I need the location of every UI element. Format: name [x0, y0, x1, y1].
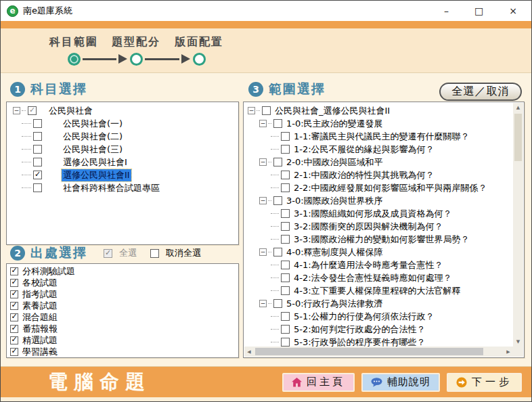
list-item[interactable]: ✓素養試題	[8, 300, 237, 311]
tree-item-label[interactable]: 5-1:公權力的行使為何須依法行政？	[292, 311, 436, 323]
expand-collapse-icon[interactable]: −	[259, 248, 267, 256]
tree-item-label[interactable]: 3-3:國際政治權力的變動如何影響世界局勢？	[292, 233, 471, 246]
checkbox[interactable]	[281, 286, 290, 295]
tree-item[interactable]: −公民與社會_選修公民與社會II	[246, 104, 513, 117]
checkbox[interactable]	[281, 312, 290, 321]
tree-item-label[interactable]: 公民與社會(一)	[62, 118, 124, 130]
home-button[interactable]: 回主頁	[282, 373, 355, 392]
help-button[interactable]: 輔助說明	[361, 373, 440, 392]
close-button[interactable]: ×	[509, 6, 517, 16]
tree-item-label[interactable]: 2-2:中國政經發展如何影響區域和平與兩岸關係？	[292, 182, 489, 194]
checkbox[interactable]	[281, 145, 290, 154]
tree-item-label-selected[interactable]: 選修公民與社會II	[62, 169, 131, 181]
tree-item[interactable]: 5-1:公權力的行使為何須依法行政？	[246, 310, 513, 323]
list-item[interactable]: ✓混合題組	[8, 311, 237, 323]
tree-item[interactable]: 1-2:公民不服從的緣起與影響為何？	[246, 143, 513, 156]
checkbox[interactable]: ✓	[33, 171, 42, 179]
tree-item[interactable]: −4-0:釋憲制度與人權保障	[246, 246, 513, 259]
tree-item-label[interactable]: 公民與社會(二)	[62, 131, 124, 143]
tree-item[interactable]: ✓選修公民與社會II	[9, 169, 237, 181]
list-item[interactable]: ✓分科測驗試題	[8, 265, 237, 277]
checkbox[interactable]	[281, 132, 290, 141]
scroll-down-icon[interactable]: ▼	[513, 337, 523, 347]
horizontal-scroll-thumb[interactable]	[255, 348, 483, 355]
tree-item-label[interactable]: 5-3:行政爭訟的程序要件有哪些？	[292, 336, 427, 347]
tree-item-label[interactable]: 4-2:法令發生合憲性疑義時應如何處理？	[292, 272, 453, 284]
tree-item[interactable]: 5-2:如何判定行政處分的合法性？	[246, 323, 513, 336]
checkbox[interactable]	[262, 106, 271, 115]
list-item[interactable]: ✓學習講義	[8, 346, 237, 356]
list-item-label[interactable]: 番茄報報	[21, 323, 59, 335]
checkbox[interactable]: ✓	[10, 348, 18, 356]
tree-item-label[interactable]: 社會科跨科整合試題專區	[62, 182, 161, 194]
expand-collapse-icon[interactable]: −	[13, 107, 20, 114]
tree-item-label[interactable]: 4-1:為什麼適用法令時應考量合憲性？	[292, 259, 445, 271]
checkbox[interactable]	[281, 171, 290, 179]
list-item-label[interactable]: 精選試題	[21, 334, 59, 347]
tree-item[interactable]: 選修公民與社會I	[9, 156, 237, 169]
checkbox[interactable]: ✓	[10, 336, 18, 344]
tree-item-label[interactable]: 5-0:行政行為與法律救濟	[285, 298, 384, 310]
tree-item-label[interactable]: 公民與社會	[47, 105, 94, 117]
tree-item-label[interactable]: 4-0:釋憲制度與人權保障	[285, 246, 384, 259]
checkbox[interactable]	[281, 209, 290, 218]
tree-item-label[interactable]: 3-0:國際政治與世界秩序	[285, 195, 384, 207]
tree-item[interactable]: 3-3:國際政治權力的變動如何影響世界局勢？	[246, 233, 513, 246]
checkbox[interactable]	[273, 299, 282, 308]
tree-item[interactable]: 社會科跨科整合試題專區	[9, 181, 237, 194]
tree-item-label[interactable]: 選修公民與社會I	[62, 156, 129, 169]
expand-collapse-icon[interactable]: −	[259, 197, 267, 204]
checkbox[interactable]: ✓	[10, 302, 18, 310]
scroll-up-icon[interactable]: ▲	[513, 103, 523, 112]
tree-item-label[interactable]: 3-2:國際衝突的原因與解決機制為何？	[292, 221, 445, 233]
tree-item-label[interactable]: 公民與社會(三)	[62, 143, 124, 156]
scroll-right-icon[interactable]: ▶	[504, 347, 513, 357]
list-item-label[interactable]: 學習講義	[21, 346, 59, 357]
checkbox[interactable]	[273, 196, 282, 205]
tree-item-label[interactable]: 1-1:審議民主與代議民主的變遷有什麼關聯？	[292, 131, 471, 143]
tree-item[interactable]: −5-0:行政行為與法律救濟	[246, 297, 513, 310]
tree-item[interactable]: −1-0:民主政治的變遷發展	[246, 117, 513, 130]
tree-item[interactable]: 2-2:中國政經發展如何影響區域和平與兩岸關係？	[246, 181, 513, 194]
tree-item[interactable]: 4-1:為什麼適用法令時應考量合憲性？	[246, 259, 513, 271]
tree-item[interactable]: 5-3:行政爭訟的程序要件有哪些？	[246, 336, 513, 347]
next-step-button[interactable]: 下一步	[447, 373, 522, 392]
tree-item[interactable]: 3-1:國際組織如何形成及成員資格為何？	[246, 207, 513, 220]
tree-item[interactable]: 3-2:國際衝突的原因與解決機制為何？	[246, 220, 513, 233]
list-item-label[interactable]: 分科測驗試題	[21, 265, 76, 277]
checkbox[interactable]	[281, 273, 290, 282]
checkbox[interactable]: ✓	[10, 279, 18, 287]
list-item[interactable]: ✓指考試題	[8, 288, 237, 300]
tree-item-label[interactable]: 1-0:民主政治的變遷發展	[285, 118, 384, 130]
tree-item-label[interactable]: 4-3:立下重要人權保障里程碑的大法官解釋	[292, 285, 462, 297]
checkbox[interactable]	[33, 119, 42, 128]
expand-collapse-icon[interactable]: −	[248, 107, 255, 114]
checkbox[interactable]	[33, 183, 42, 192]
tree-item[interactable]: −3-0:國際政治與世界秩序	[246, 194, 513, 207]
checkbox[interactable]	[273, 119, 282, 128]
tree-item-label[interactable]: 3-1:國際組織如何形成及成員資格為何？	[292, 208, 453, 220]
checkbox[interactable]: ✓	[10, 267, 18, 275]
expand-collapse-icon[interactable]: −	[259, 300, 267, 307]
expand-collapse-icon[interactable]: −	[259, 120, 267, 127]
checkbox[interactable]	[281, 183, 290, 192]
checkbox[interactable]	[33, 132, 42, 141]
checkbox[interactable]	[33, 145, 42, 154]
deselect-all-checkbox[interactable]	[150, 249, 159, 258]
tree-item-label[interactable]: 2-0:中國政治與區域和平	[285, 156, 384, 169]
tree-item[interactable]: 公民與社會(三)	[9, 143, 237, 156]
maximize-button[interactable]: □	[474, 6, 483, 16]
tree-item[interactable]: 4-3:立下重要人權保障里程碑的大法官解釋	[246, 284, 513, 297]
tree-item-label[interactable]: 公民與社會_選修公民與社會II	[273, 105, 391, 117]
checkbox[interactable]	[281, 338, 290, 347]
tri-state-checkbox[interactable]: ✓	[28, 106, 37, 115]
checkbox[interactable]	[33, 158, 42, 166]
vertical-scrollbar[interactable]: ▲ ▼	[513, 103, 523, 347]
list-item[interactable]: ✓番茄報報	[8, 323, 237, 334]
checkbox[interactable]: ✓	[10, 290, 18, 298]
tree-item[interactable]: 4-2:法令發生合憲性疑義時應如何處理？	[246, 271, 513, 284]
tree-item-root[interactable]: −✓公民與社會	[9, 104, 237, 117]
checkbox[interactable]	[281, 325, 290, 334]
checkbox[interactable]	[281, 261, 290, 269]
list-item-label[interactable]: 素養試題	[21, 300, 59, 312]
